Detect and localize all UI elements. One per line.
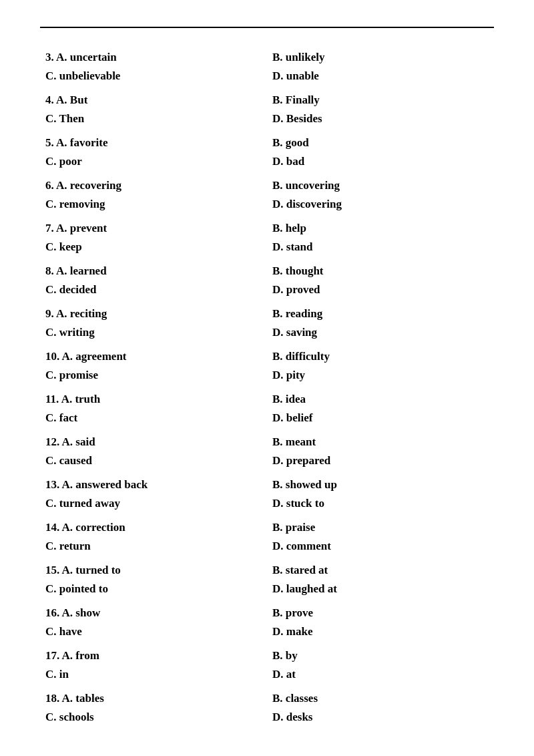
item-a-right-5: B. thought [267, 262, 494, 280]
item-number-a-11: 14. A. correction [40, 518, 267, 537]
item-number-13: 16. [45, 606, 62, 619]
item-c-right-3: D. discovering [267, 195, 494, 214]
item-c-right-15: D. desks [267, 708, 494, 727]
quiz-row-a-2: 5. A. favoriteB. good [40, 134, 494, 152]
item-number-a-13: 16. A. show [40, 604, 267, 622]
item-c-left-15: C. schools [40, 708, 267, 727]
item-number-a-14: 17. A. from [40, 646, 267, 665]
quiz-row-a-13: 16. A. showB. prove [40, 604, 494, 622]
item-a-right-4: B. help [267, 219, 494, 238]
quiz-row-c-2: C. poorD. bad [40, 152, 494, 171]
spacer-1 [40, 128, 494, 134]
quiz-row-a-12: 15. A. turned toB. stared at [40, 561, 494, 580]
item-number-5: 8. [45, 264, 56, 277]
item-c-left-3: C. removing [40, 195, 267, 214]
quiz-row-a-7: 10. A. agreementB. difficulty [40, 347, 494, 366]
item-number-3: 6. [45, 179, 56, 192]
item-c-right-6: D. saving [267, 323, 494, 342]
item-number-12: 15. [45, 564, 62, 576]
quiz-table: 3. A. uncertainB. unlikelyC. unbelievabl… [40, 48, 494, 732]
item-c-right-1: D. Besides [267, 110, 494, 128]
item-a-left-6: A. reciting [56, 307, 107, 320]
item-a-left-0: A. uncertain [56, 51, 117, 63]
item-c-left-4: C. keep [40, 238, 267, 256]
item-c-left-13: C. have [40, 622, 267, 641]
item-c-left-1: C. Then [40, 110, 267, 128]
item-number-a-7: 10. A. agreement [40, 347, 267, 366]
item-a-left-4: A. prevent [56, 222, 107, 234]
item-a-left-15: A. tables [62, 692, 104, 705]
item-c-right-12: D. laughed at [267, 580, 494, 598]
spacer-15 [40, 727, 494, 732]
spacer-0 [40, 85, 494, 91]
item-number-a-6: 9. A. reciting [40, 305, 267, 323]
item-a-left-8: A. truth [61, 393, 101, 405]
spacer-12 [40, 598, 494, 604]
item-a-left-11: A. correction [62, 521, 125, 534]
quiz-row-a-10: 13. A. answered backB. showed up [40, 476, 494, 494]
item-number-6: 9. [45, 307, 56, 320]
quiz-row-c-10: C. turned awayD. stuck to [40, 494, 494, 513]
quiz-row-a-4: 7. A. preventB. help [40, 219, 494, 238]
spacer-5 [40, 299, 494, 305]
item-a-right-11: B. praise [267, 518, 494, 537]
item-a-left-5: A. learned [56, 264, 107, 277]
spacer-8 [40, 427, 494, 433]
item-a-left-9: A. said [62, 435, 95, 448]
item-c-right-13: D. make [267, 622, 494, 641]
item-c-left-8: C. fact [40, 409, 267, 427]
item-c-left-2: C. poor [40, 152, 267, 171]
item-number-14: 17. [45, 649, 62, 662]
item-number-0: 3. [45, 51, 56, 63]
spacer-10 [40, 513, 494, 518]
item-a-right-2: B. good [267, 134, 494, 152]
spacer-13 [40, 641, 494, 646]
spacer-6 [40, 342, 494, 347]
item-c-right-14: D. at [267, 665, 494, 684]
item-number-a-3: 6. A. recovering [40, 176, 267, 195]
spacer-2 [40, 171, 494, 176]
spacer-3 [40, 214, 494, 219]
quiz-row-c-1: C. ThenD. Besides [40, 110, 494, 128]
item-a-right-3: B. uncovering [267, 176, 494, 195]
item-number-a-10: 13. A. answered back [40, 476, 267, 494]
item-a-right-8: B. idea [267, 390, 494, 409]
item-number-a-5: 8. A. learned [40, 262, 267, 280]
spacer-7 [40, 385, 494, 390]
quiz-row-a-3: 6. A. recoveringB. uncovering [40, 176, 494, 195]
quiz-row-c-12: C. pointed toD. laughed at [40, 580, 494, 598]
spacer-4 [40, 256, 494, 262]
quiz-row-a-5: 8. A. learnedB. thought [40, 262, 494, 280]
top-divider [40, 27, 494, 28]
item-c-left-11: C. return [40, 537, 267, 556]
item-number-a-2: 5. A. favorite [40, 134, 267, 152]
item-a-left-10: A. answered back [62, 478, 148, 491]
quiz-row-c-6: C. writingD. saving [40, 323, 494, 342]
item-number-9: 12. [45, 435, 62, 448]
item-a-left-14: A. from [62, 649, 99, 662]
item-a-right-12: B. stared at [267, 561, 494, 580]
item-a-left-13: A. show [62, 606, 101, 619]
quiz-row-a-1: 4. A. ButB. Finally [40, 91, 494, 110]
item-number-a-15: 18. A. tables [40, 689, 267, 708]
item-a-left-2: A. favorite [56, 136, 107, 149]
quiz-row-c-5: C. decidedD. proved [40, 280, 494, 299]
item-number-1: 4. [45, 93, 56, 106]
quiz-row-c-3: C. removingD. discovering [40, 195, 494, 214]
item-c-right-4: D. stand [267, 238, 494, 256]
item-a-left-3: A. recovering [56, 179, 121, 192]
item-a-right-9: B. meant [267, 433, 494, 451]
item-number-15: 18. [45, 692, 62, 705]
item-number-8: 11. [45, 393, 61, 405]
quiz-row-c-14: C. inD. at [40, 665, 494, 684]
item-c-left-6: C. writing [40, 323, 267, 342]
item-number-a-4: 7. A. prevent [40, 219, 267, 238]
item-c-right-10: D. stuck to [267, 494, 494, 513]
item-c-right-9: D. prepared [267, 451, 494, 470]
quiz-row-a-11: 14. A. correctionB. praise [40, 518, 494, 537]
quiz-row-a-8: 11. A. truthB. idea [40, 390, 494, 409]
item-number-4: 7. [45, 222, 56, 234]
quiz-row-c-0: C. unbelievableD. unable [40, 67, 494, 85]
item-c-left-12: C. pointed to [40, 580, 267, 598]
item-number-a-12: 15. A. turned to [40, 561, 267, 580]
